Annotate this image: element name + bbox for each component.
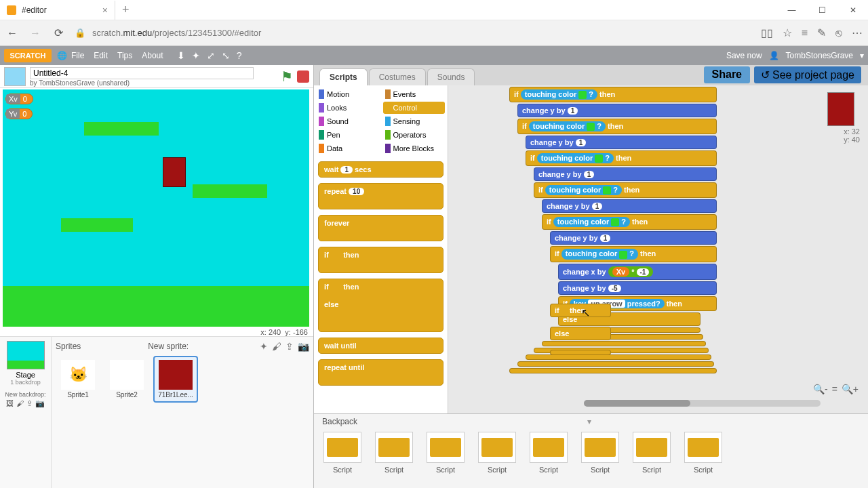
upload-sprite-icon[interactable]: ⇪ [285, 341, 294, 352]
browser-titlebar: #editor × + — ☐ ✕ [0, 0, 868, 20]
project-title-input[interactable] [30, 67, 254, 79]
url-field[interactable]: 🔒 scratch.mit.edu/projects/123451300/#ed… [75, 28, 751, 38]
stage-thumbnail[interactable] [7, 341, 45, 369]
cat-events[interactable]: Events [383, 88, 446, 100]
hub-icon[interactable]: ≡ [802, 27, 808, 39]
block-if[interactable]: if then [318, 247, 443, 273]
cat-operators[interactable]: Operators [383, 129, 446, 141]
backpack-label: Backpack [322, 417, 357, 426]
backpack-item[interactable]: Script [581, 432, 619, 474]
grow-icon[interactable]: ⤢ [207, 50, 215, 61]
horizontal-scrollbar[interactable] [584, 400, 821, 407]
stage-label: Stage [3, 371, 48, 379]
block-if-else[interactable]: if thenelse [318, 279, 443, 332]
sprite-thumb[interactable]: Sprite2 [104, 356, 149, 403]
green-flag-button[interactable]: ⚑ [281, 68, 293, 85]
duplicate-icon[interactable]: ✦ [192, 50, 200, 61]
choose-sprite-icon[interactable]: ✦ [260, 341, 268, 352]
cat-motion[interactable]: Motion [317, 88, 379, 100]
backpack-item[interactable]: Script [427, 432, 465, 474]
block-wait[interactable]: wait 1 secs [318, 161, 443, 178]
script-area[interactable]: x: 32y: 40 if touching color ? then chan… [448, 85, 868, 413]
sprite-preview [827, 92, 854, 126]
download-icon[interactable]: ⬇ [177, 50, 185, 61]
scratch-menu-bar: SCRATCH 🌐 File Edit Tips About ⬇ ✦ ⤢ ⤡ ?… [0, 46, 868, 65]
globe-icon[interactable]: 🌐 [57, 51, 67, 60]
sprite-on-stage[interactable] [163, 157, 186, 187]
share-button[interactable]: Share [704, 66, 750, 83]
reading-view-icon[interactable]: ▯▯ [761, 26, 773, 39]
tab-close-icon[interactable]: × [102, 5, 108, 16]
scratch-logo[interactable]: SCRATCH [4, 49, 52, 62]
more-icon[interactable]: ⋯ [852, 26, 863, 39]
see-project-button[interactable]: ↺ See project page [754, 66, 861, 83]
cat-control[interactable]: Control [383, 102, 446, 114]
backpack-item[interactable]: Script [323, 432, 361, 474]
paint-sprite-icon[interactable]: 🖌 [272, 341, 281, 352]
paint-backdrop-icon[interactable]: 🖌 [16, 399, 24, 408]
shrink-icon[interactable]: ⤡ [222, 50, 230, 61]
platform [84, 122, 159, 136]
block-repeat-until[interactable]: repeat until [318, 359, 443, 386]
menu-edit[interactable]: Edit [94, 51, 108, 60]
dragging-block[interactable]: if then else ↖ [550, 302, 611, 355]
close-button[interactable]: ✕ [837, 0, 868, 20]
new-tab-button[interactable]: + [115, 3, 136, 17]
tab-title: #editor [22, 5, 47, 15]
cat-data[interactable]: Data [317, 142, 379, 155]
backpack-item[interactable]: Script [530, 432, 568, 474]
backpack-item[interactable]: Script [633, 432, 671, 474]
zoom-reset-icon[interactable]: = [832, 384, 837, 394]
minimize-button[interactable]: — [776, 0, 807, 20]
backpack-item[interactable]: Script [478, 432, 516, 474]
upload-backdrop-icon[interactable]: ⇪ [26, 399, 33, 408]
address-bar: ← → ⟳ 🔒 scratch.mit.edu/projects/1234513… [0, 20, 868, 46]
note-icon[interactable]: ✎ [817, 26, 826, 39]
username[interactable]: TombStonesGrave [786, 51, 853, 60]
tab-scripts[interactable]: Scripts [319, 68, 368, 85]
zoom-out-icon[interactable]: 🔍- [813, 384, 828, 394]
script-coords: x: 32y: 40 [844, 127, 860, 144]
stage-header: by TombStonesGrave (unshared) ⚑ [0, 65, 313, 88]
help-icon[interactable]: ? [237, 50, 242, 61]
zoom-in-icon[interactable]: 🔍+ [842, 384, 859, 394]
stop-button[interactable] [297, 70, 309, 83]
favorite-icon[interactable]: ☆ [783, 26, 792, 39]
menu-about[interactable]: About [142, 51, 163, 60]
forward-button[interactable]: → [28, 27, 42, 39]
tab-costumes[interactable]: Costumes [369, 68, 426, 85]
favicon [7, 5, 16, 15]
cat-more[interactable]: More Blocks [383, 142, 446, 155]
backpack: Backpack▾ Script Script Script Script Sc… [314, 413, 868, 488]
tab-sounds[interactable]: Sounds [427, 68, 475, 85]
sprite-thumb-selected[interactable]: 71Br1Lee... [153, 356, 198, 403]
cat-pen[interactable]: Pen [317, 129, 379, 141]
back-button[interactable]: ← [5, 27, 19, 39]
share-icon[interactable]: ⎋ [835, 27, 842, 39]
block-forever[interactable]: forever [318, 215, 443, 241]
sprite-thumb[interactable]: 🐱Sprite1 [56, 356, 100, 403]
menu-tips[interactable]: Tips [117, 51, 132, 60]
choose-backdrop-icon[interactable]: 🖼 [6, 399, 14, 408]
camera-sprite-icon[interactable]: 📷 [298, 341, 309, 352]
backpack-toggle-icon[interactable]: ▾ [587, 417, 591, 426]
camera-backdrop-icon[interactable]: 📷 [35, 399, 45, 408]
backpack-item[interactable]: Script [375, 432, 413, 474]
refresh-button[interactable]: ⟳ [52, 26, 65, 39]
save-now[interactable]: Save now [726, 51, 762, 60]
monitor-xv: Xv0 [5, 94, 33, 104]
menu-file[interactable]: File [71, 51, 84, 60]
cat-sound[interactable]: Sound [317, 115, 379, 127]
cat-sensing[interactable]: Sensing [383, 115, 446, 127]
fullscreen-icon[interactable] [4, 67, 26, 86]
lock-icon: 🔒 [75, 28, 85, 38]
maximize-button[interactable]: ☐ [807, 0, 837, 20]
block-wait-until[interactable]: wait until [318, 338, 443, 354]
block-repeat[interactable]: repeat 10 [318, 183, 443, 209]
script-stack[interactable]: if touching color ? then change y by 1 i… [509, 85, 717, 373]
browser-tab[interactable]: #editor × [0, 1, 115, 20]
backpack-item[interactable]: Script [684, 432, 722, 474]
new-sprite-label: New sprite: [148, 342, 189, 351]
cat-looks[interactable]: Looks [317, 102, 379, 114]
stage[interactable]: Xv0 Yv0 [3, 89, 309, 327]
